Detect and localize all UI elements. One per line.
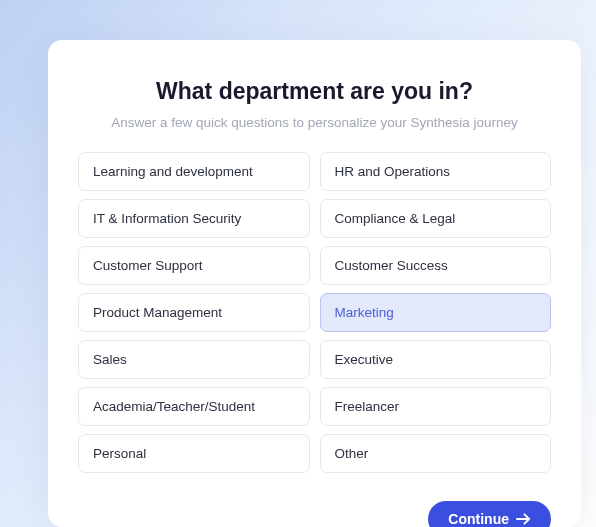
dialog-footer: Continue bbox=[78, 501, 551, 527]
option-customer-support[interactable]: Customer Support bbox=[78, 246, 310, 285]
option-personal[interactable]: Personal bbox=[78, 434, 310, 473]
option-it-information-security[interactable]: IT & Information Security bbox=[78, 199, 310, 238]
option-academia-teacher-student[interactable]: Academia/Teacher/Student bbox=[78, 387, 310, 426]
option-product-management[interactable]: Product Management bbox=[78, 293, 310, 332]
onboarding-dialog: What department are you in? Answer a few… bbox=[48, 40, 581, 527]
department-options-grid: Learning and development HR and Operatio… bbox=[78, 152, 551, 473]
continue-button[interactable]: Continue bbox=[428, 501, 551, 527]
option-executive[interactable]: Executive bbox=[320, 340, 552, 379]
option-learning-and-development[interactable]: Learning and development bbox=[78, 152, 310, 191]
dialog-subtitle: Answer a few quick questions to personal… bbox=[78, 115, 551, 130]
arrow-right-icon bbox=[516, 512, 531, 526]
option-compliance-legal[interactable]: Compliance & Legal bbox=[320, 199, 552, 238]
continue-button-label: Continue bbox=[448, 511, 509, 527]
option-sales[interactable]: Sales bbox=[78, 340, 310, 379]
option-freelancer[interactable]: Freelancer bbox=[320, 387, 552, 426]
dialog-title: What department are you in? bbox=[78, 78, 551, 105]
option-other[interactable]: Other bbox=[320, 434, 552, 473]
option-marketing[interactable]: Marketing bbox=[320, 293, 552, 332]
option-customer-success[interactable]: Customer Success bbox=[320, 246, 552, 285]
option-hr-and-operations[interactable]: HR and Operations bbox=[320, 152, 552, 191]
